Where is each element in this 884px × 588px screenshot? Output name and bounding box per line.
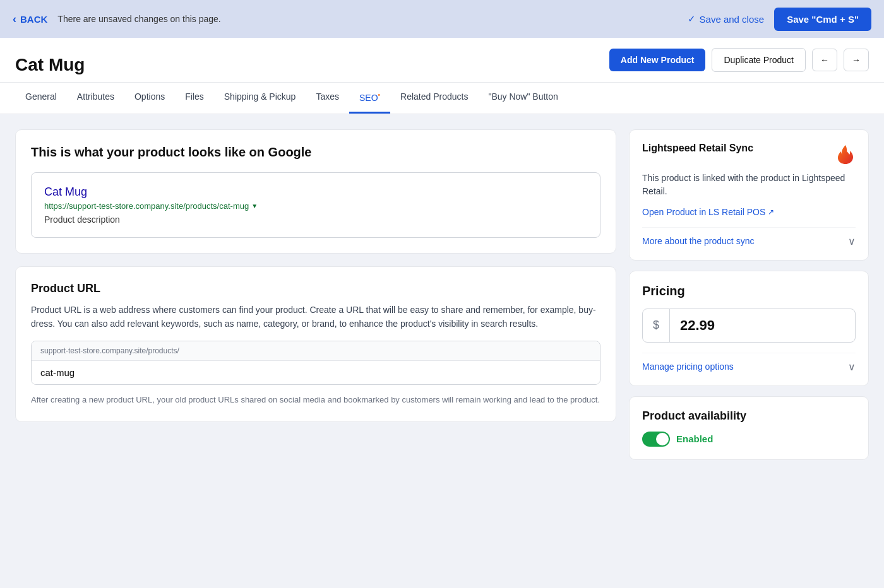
google-description: Product description bbox=[44, 215, 587, 225]
sync-title: Lightspeed Retail Sync bbox=[642, 143, 753, 154]
duplicate-product-button[interactable]: Duplicate Product bbox=[712, 48, 806, 72]
availability-title: Product availability bbox=[642, 409, 856, 423]
price-input[interactable] bbox=[670, 317, 856, 334]
pricing-title: Pricing bbox=[642, 284, 856, 298]
main-content: This is what your product looks like on … bbox=[0, 114, 884, 475]
lightspeed-icon bbox=[833, 143, 856, 165]
availability-toggle-row: Enabled bbox=[642, 432, 856, 447]
back-label: BACK bbox=[20, 14, 47, 25]
tab-related-products[interactable]: Related Products bbox=[390, 83, 478, 114]
open-retail-pos-link[interactable]: Open Product in LS Retail POS ↗ bbox=[642, 207, 856, 217]
google-url-arrow-icon: ▼ bbox=[251, 203, 258, 209]
google-url-text: https://support-test-store.company.site/… bbox=[44, 201, 249, 211]
expand-chevron-icon: ∨ bbox=[848, 235, 856, 247]
next-product-button[interactable]: → bbox=[844, 49, 869, 71]
unsaved-changes-message: There are unsaved changes on this page. bbox=[57, 14, 677, 24]
add-new-product-button[interactable]: Add New Product bbox=[609, 49, 706, 71]
price-input-wrap: $ bbox=[642, 309, 856, 343]
page-header: Cat Mug Add New Product Duplicate Produc… bbox=[0, 38, 884, 83]
seo-dot: • bbox=[378, 91, 381, 98]
product-availability-card: Product availability Enabled bbox=[629, 396, 869, 460]
header-actions: Add New Product Duplicate Product ← → bbox=[609, 48, 869, 82]
prev-product-button[interactable]: ← bbox=[812, 49, 837, 71]
availability-status: Enabled bbox=[676, 433, 713, 444]
product-url-title: Product URL bbox=[31, 282, 600, 295]
url-input-group: support-test-store.company.site/products… bbox=[31, 341, 600, 385]
pricing-card: Pricing $ Manage pricing options ∨ bbox=[629, 271, 869, 386]
page-title: Cat Mug bbox=[15, 55, 85, 75]
checkmark-icon: ✓ bbox=[688, 13, 696, 25]
save-cmd-button[interactable]: Save "Cmd + S" bbox=[774, 8, 871, 31]
google-preview-card: This is what your product looks like on … bbox=[15, 129, 616, 254]
toggle-knob bbox=[656, 433, 669, 445]
tab-seo[interactable]: SEO• bbox=[349, 83, 390, 114]
product-url-description: Product URL is a web address where custo… bbox=[31, 303, 600, 331]
url-prefix: support-test-store.company.site/products… bbox=[32, 341, 600, 361]
tab-files[interactable]: Files bbox=[175, 83, 214, 114]
left-column: This is what your product looks like on … bbox=[15, 129, 616, 422]
tab-options[interactable]: Options bbox=[124, 83, 175, 114]
url-slug-input[interactable] bbox=[32, 361, 600, 384]
external-link-icon: ↗ bbox=[768, 208, 774, 216]
google-url: https://support-test-store.company.site/… bbox=[44, 201, 587, 211]
tab-general[interactable]: General bbox=[15, 83, 67, 114]
more-about-sync-row[interactable]: More about the product sync ∨ bbox=[642, 227, 856, 247]
lightspeed-sync-card: Lightspeed Retail Sync This product is l… bbox=[629, 129, 869, 261]
pricing-expand-chevron-icon: ∨ bbox=[848, 361, 856, 373]
manage-pricing-label: Manage pricing options bbox=[642, 362, 734, 372]
seo-tab-label: SEO bbox=[359, 93, 378, 103]
back-chevron-icon: ‹ bbox=[13, 13, 16, 26]
right-column: Lightspeed Retail Sync This product is l… bbox=[629, 129, 869, 460]
currency-symbol: $ bbox=[643, 309, 670, 342]
save-close-button[interactable]: ✓ Save and close bbox=[688, 13, 765, 25]
tab-buynow[interactable]: "Buy Now" Button bbox=[478, 83, 568, 114]
manage-pricing-row[interactable]: Manage pricing options ∨ bbox=[642, 353, 856, 373]
open-retail-pos-label: Open Product in LS Retail POS bbox=[642, 207, 765, 217]
tabs-bar: General Attributes Options Files Shippin… bbox=[0, 83, 884, 114]
tab-taxes[interactable]: Taxes bbox=[306, 83, 349, 114]
more-about-sync-label: More about the product sync bbox=[642, 236, 754, 246]
google-preview-box: Cat Mug https://support-test-store.compa… bbox=[31, 172, 600, 238]
sync-header: Lightspeed Retail Sync bbox=[642, 143, 856, 165]
top-bar: ‹ BACK There are unsaved changes on this… bbox=[0, 0, 884, 38]
availability-toggle[interactable] bbox=[642, 432, 670, 447]
save-close-label: Save and close bbox=[700, 14, 765, 25]
back-button[interactable]: ‹ BACK bbox=[13, 13, 47, 26]
google-product-title[interactable]: Cat Mug bbox=[44, 185, 587, 199]
tab-shipping[interactable]: Shipping & Pickup bbox=[214, 83, 306, 114]
sync-description: This product is linked with the product … bbox=[642, 172, 856, 198]
tab-attributes[interactable]: Attributes bbox=[67, 83, 124, 114]
product-url-card: Product URL Product URL is a web address… bbox=[15, 266, 616, 422]
google-preview-title: This is what your product looks like on … bbox=[31, 145, 600, 160]
url-note: After creating a new product URL, your o… bbox=[31, 394, 600, 406]
